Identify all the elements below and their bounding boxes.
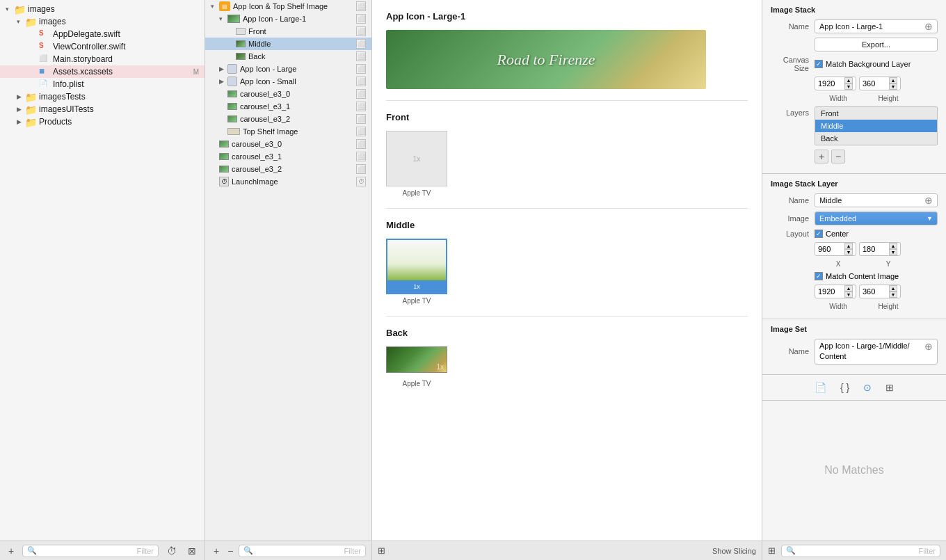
show-slicing-button[interactable]: Show Slicing (712, 547, 756, 555)
asset-item-middle[interactable]: Middle ⬜ (205, 38, 371, 50)
badge-carousel-e3-0-child: ⬜ (356, 89, 366, 99)
asset-label-carousel-e3-1-child: carousel_e3_1 (240, 102, 356, 111)
filter-icon-left: 🔍 (27, 546, 37, 555)
width2-field[interactable]: 1920 ▲ ▼ (815, 285, 856, 298)
x-field[interactable]: 960 ▲ ▼ (815, 242, 856, 256)
arrow-app-icon-small: ▶ (219, 78, 227, 85)
asset-item-carousel-e3-1-child[interactable]: carousel_e3_1 ⬜ (205, 100, 371, 113)
filter-field-middle[interactable]: 🔍 Filter (239, 545, 366, 557)
height2-down[interactable]: ▼ (889, 291, 897, 298)
target-icon-btn[interactable]: ⊙ (862, 381, 873, 394)
asset-item-carousel-e3-0[interactable]: carousel_e3_0 ⬜ (205, 138, 371, 150)
asset-item-app-icon-large[interactable]: ▶ App Icon - Large ⬜ (205, 63, 371, 75)
filter-field-right[interactable]: 🔍 Filter (781, 545, 940, 557)
width-field[interactable]: 1920 ▲ ▼ (815, 77, 856, 90)
add-layer-btn[interactable]: + (815, 150, 828, 163)
height-stepper[interactable]: ▲ ▼ (889, 77, 897, 90)
grid-btn-left[interactable]: ⊠ (185, 544, 199, 558)
asset-label-app-icon-small: App Icon - Small (240, 77, 356, 86)
filter-field-left[interactable]: 🔍 Filter (22, 545, 159, 557)
asset-item-back[interactable]: Back ⬜ (205, 50, 371, 63)
x-stepper[interactable]: ▲ ▼ (844, 243, 853, 255)
grid-icon-btn[interactable]: ⊞ (884, 381, 895, 394)
middle-platform: Apple TV (403, 297, 431, 305)
width-up[interactable]: ▲ (844, 77, 853, 83)
asset-item-carousel-e3-2[interactable]: carousel_e3_2 ⬜ (205, 163, 371, 175)
file-icon-btn[interactable]: 📄 (813, 381, 828, 394)
asset-item-large1[interactable]: ▾ App Icon - Large-1 ⬜ (205, 13, 371, 25)
width-down[interactable]: ▼ (844, 83, 853, 90)
clear-icon[interactable]: ⊕ (924, 21, 933, 32)
tree-item-viewcontroller[interactable]: S ViewController.swift (0, 40, 205, 53)
width2-up[interactable]: ▲ (844, 285, 853, 291)
width2-down[interactable]: ▼ (844, 291, 853, 298)
asset-item-app-icon-small[interactable]: ▶ App Icon - Small ⬜ (205, 75, 371, 88)
image-set-clear[interactable]: ⊕ (924, 341, 933, 352)
asset-item-launchimage[interactable]: ⏱ LaunchImage ⏱ (205, 175, 371, 188)
match-content-checkbox[interactable] (815, 272, 823, 280)
x-up[interactable]: ▲ (844, 243, 853, 249)
asset-item-carousel-e3-2-child[interactable]: carousel_e3_2 ⬜ (205, 113, 371, 125)
height2-field[interactable]: 360 ▲ ▼ (859, 285, 901, 298)
front-platform: Apple TV (403, 189, 431, 197)
layer-name-field[interactable]: Middle ⊕ (815, 193, 938, 207)
wh-fields: 1920 ▲ ▼ 360 ▲ ▼ (815, 77, 938, 90)
history-btn-left[interactable]: ⏱ (164, 544, 179, 558)
tree-item-products[interactable]: ▶ 📁 Products (0, 115, 205, 128)
arrow-app-icon-large: ▶ (219, 65, 227, 72)
add-button-left[interactable]: + (6, 544, 17, 558)
remove-layer-btn[interactable]: − (831, 150, 845, 163)
image-dropdown[interactable]: Embedded ▼ (815, 211, 938, 225)
asset-item-topshelf-folder[interactable]: ▾ ▤ App Icon & Top Shelf Image ⬜ (205, 0, 371, 13)
export-button[interactable]: Export... (815, 38, 938, 51)
thumb-large1 (227, 15, 240, 23)
tree-item-assets[interactable]: ◼ Assets.xcassets M (0, 65, 205, 78)
tree-item-mainstoryboard[interactable]: ⬜ Main.storyboard (0, 53, 205, 65)
height-field[interactable]: 360 ▲ ▼ (859, 77, 901, 90)
tree-item-images-child[interactable]: ▾ 📁 images (0, 15, 205, 28)
grid-icon-right[interactable]: ⊞ (768, 545, 776, 556)
height2-up[interactable]: ▲ (889, 285, 897, 291)
asset-label-large1: App Icon - Large-1 (243, 15, 356, 23)
asset-item-front[interactable]: Front ⬜ (205, 25, 371, 38)
tree-item-images-root[interactable]: ▾ 📁 images (0, 3, 205, 15)
width-stepper[interactable]: ▲ ▼ (844, 77, 853, 90)
image-set-name-field[interactable]: App Icon - Large-1/Middle/Content ⊕ (815, 339, 938, 365)
asset-item-carousel-e3-1[interactable]: carousel_e3_1 ⬜ (205, 150, 371, 163)
x-down[interactable]: ▼ (844, 249, 853, 255)
remove-button-middle[interactable]: − (225, 544, 236, 558)
layer-name-clear[interactable]: ⊕ (924, 195, 933, 206)
braces-icon-btn[interactable]: { } (839, 381, 851, 394)
layer-middle[interactable]: Middle (815, 120, 937, 132)
height-up[interactable]: ▲ (889, 77, 897, 83)
grid-icon[interactable]: ⊞ (378, 545, 385, 556)
tree-item-imagesuitests[interactable]: ▶ 📁 imagesUITests (0, 103, 205, 115)
y-field[interactable]: 180 ▲ ▼ (859, 242, 901, 256)
front-preview-box[interactable]: 1x (386, 131, 447, 186)
y-down[interactable]: ▼ (889, 249, 897, 255)
asset-label-back: Back (248, 52, 356, 61)
add-button-middle[interactable]: + (211, 544, 222, 558)
layer-back[interactable]: Back (815, 132, 937, 145)
asset-item-carousel-e3-0-child[interactable]: carousel_e3_0 ⬜ (205, 88, 371, 100)
height2-stepper[interactable]: ▲ ▼ (889, 285, 897, 298)
center-checkbox[interactable] (815, 230, 823, 238)
tree-item-imagestests[interactable]: ▶ 📁 imagesTests (0, 90, 205, 103)
tree-item-infoplist[interactable]: 📄 Info.plist (0, 78, 205, 90)
middle-panel-bottom-bar: + − 🔍 Filter (205, 541, 371, 560)
height-down[interactable]: ▼ (889, 83, 897, 90)
layer-front[interactable]: Front (815, 107, 937, 120)
match-bg-label: Match Background Layer (826, 60, 911, 68)
layer-name-row: Name Middle ⊕ (771, 193, 938, 207)
thumb-carousel-e3-2 (219, 166, 229, 173)
folder-icon-imagestests: 📁 (25, 92, 36, 102)
match-bg-checkbox[interactable] (815, 60, 823, 68)
name-field[interactable]: App Icon - Large-1 ⊕ (815, 19, 938, 33)
width2-stepper[interactable]: ▲ ▼ (844, 285, 853, 298)
y-up[interactable]: ▲ (889, 243, 897, 249)
tree-item-appdelegate[interactable]: S AppDelegate.swift (0, 28, 205, 40)
asset-item-top-shelf[interactable]: Top Shelf Image ⬜ (205, 125, 371, 138)
middle-preview-box[interactable]: 1x (386, 239, 447, 294)
y-stepper[interactable]: ▲ ▼ (889, 243, 897, 255)
back-preview-box[interactable]: 1x (386, 346, 447, 373)
